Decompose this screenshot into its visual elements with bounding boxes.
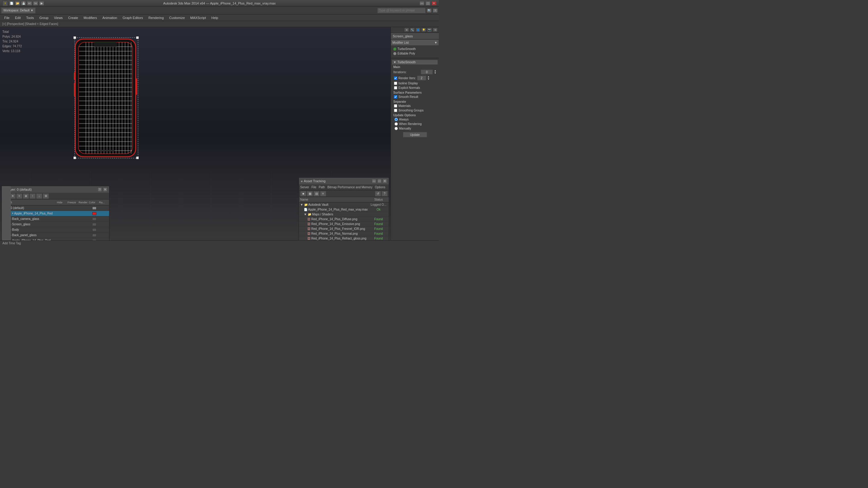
menu-group[interactable]: Group xyxy=(37,15,51,20)
menu-maxscript[interactable]: MAXScript xyxy=(188,15,208,20)
layers-toolbar: ☰ ✕ + ⊕ ↑ ↓ ⚙ xyxy=(2,193,109,199)
manually-radio[interactable] xyxy=(395,127,398,130)
layer-row[interactable]: ▷ Back_panel_glass xyxy=(2,233,109,238)
menu-views[interactable]: Views xyxy=(52,15,65,20)
layer-row[interactable]: ▼ Apple_iPhone_14_Plus_Red xyxy=(2,211,109,216)
always-radio[interactable] xyxy=(395,118,398,121)
layer-name: Screen_glass xyxy=(12,223,58,226)
materials-checkbox[interactable] xyxy=(394,104,397,107)
menu-animation[interactable]: Animation xyxy=(100,15,120,20)
render-iters-input[interactable] xyxy=(417,76,426,80)
layer-color[interactable] xyxy=(92,218,96,221)
redo-btn[interactable]: ↪ xyxy=(33,1,38,5)
restore-btn[interactable]: □ xyxy=(426,1,430,5)
asset-menu-bitmap-perf[interactable]: Bitmap Performance and Memory xyxy=(327,186,373,189)
asset-menu-server[interactable]: Server xyxy=(300,186,309,189)
menu-graph-editors[interactable]: Graph Editors xyxy=(120,15,146,20)
asset-tool-3[interactable]: ▤ xyxy=(313,191,319,196)
layers-move-up-btn[interactable]: ↑ xyxy=(30,193,36,199)
layers-link-btn[interactable]: ⊕ xyxy=(23,193,29,199)
asset-title-bar[interactable]: ■ Asset Tracking — □ ✕ xyxy=(299,178,389,184)
tris-value: 24.924 xyxy=(9,40,19,43)
turbosmooth-header[interactable]: ▼ TurboSmooth xyxy=(392,60,438,64)
iterations-input[interactable] xyxy=(421,70,433,74)
menu-tools[interactable]: Tools xyxy=(24,15,36,20)
asset-row[interactable]: 🖼 Red_iPhone_14_Plus_Fresnel_IOR.png Fou… xyxy=(299,227,389,231)
menu-modifiers[interactable]: Modifiers xyxy=(81,15,99,20)
isoline-checkbox[interactable] xyxy=(394,82,397,85)
layers-settings-btn[interactable]: ⚙ xyxy=(43,193,49,199)
layers-title-bar[interactable]: ■ Layer: 0 (default) ? ✕ xyxy=(2,186,109,193)
save-btn[interactable]: 💾 xyxy=(21,1,26,5)
panel-icon-5[interactable]: 📷 xyxy=(427,28,432,32)
menu-customize[interactable]: Customize xyxy=(167,15,187,20)
menu-create[interactable]: Create xyxy=(66,15,81,20)
asset-tool-4[interactable]: ≡ xyxy=(320,191,326,196)
asset-menu-path[interactable]: Path xyxy=(319,186,325,189)
asset-row[interactable]: 🖼 Red_iPhone_14_Plus_Normal.png Found xyxy=(299,231,389,236)
layer-expand[interactable]: ▼ xyxy=(11,212,14,215)
asset-row[interactable]: ▼ 📁 Maps / Shaders xyxy=(299,212,389,217)
layer-row[interactable]: ▼ 0 (default) xyxy=(2,205,109,211)
asset-row[interactable]: 🖼 Red_iPhone_14_Plus_Diffuse.png Found xyxy=(299,217,389,222)
layers-col-hide: Hide xyxy=(54,201,66,204)
search-input[interactable] xyxy=(377,8,426,13)
asset-panel-close-btn[interactable]: ✕ xyxy=(383,179,387,183)
panel-icon-4[interactable]: 💡 xyxy=(421,28,426,32)
close-btn[interactable]: ✕ xyxy=(432,1,436,5)
layer-color[interactable] xyxy=(92,234,96,237)
minimize-btn[interactable]: — xyxy=(420,1,424,5)
panel-icon-1[interactable]: ★ xyxy=(404,28,409,32)
layers-move-dn-btn[interactable]: ↓ xyxy=(36,193,42,199)
asset-row[interactable]: ▼ 📁 Autodesk Vault Logged O... xyxy=(299,202,389,207)
panel-icon-3[interactable]: 👤 xyxy=(415,28,421,32)
explicit-normals-checkbox[interactable] xyxy=(394,86,397,90)
open-btn[interactable]: 📂 xyxy=(15,1,20,5)
asset-menu-options[interactable]: Options xyxy=(375,186,385,189)
modifier-turbosmooth[interactable]: TurboSmooth xyxy=(392,47,438,51)
modifier-list-dropdown[interactable]: Modifier List ▼ xyxy=(391,39,439,45)
edges-value: 74.772 xyxy=(13,44,22,48)
layer-row[interactable]: ▷ Body xyxy=(2,227,109,233)
asset-tool-help[interactable]: ? xyxy=(381,191,388,196)
layers-panel-help-btn[interactable]: ? xyxy=(98,187,102,192)
layers-panel-close-btn[interactable]: ✕ xyxy=(103,187,107,192)
layer-color[interactable] xyxy=(92,207,96,210)
asset-row[interactable]: 🖼 Red_iPhone_14_Plus_Emissive.png Found xyxy=(299,222,389,227)
asset-menu-file[interactable]: File xyxy=(311,186,316,189)
menu-help[interactable]: Help xyxy=(209,15,221,20)
layer-row[interactable]: ▷ Screen_glass xyxy=(2,222,109,227)
new-btn[interactable]: 📄 xyxy=(9,1,14,5)
menu-file[interactable]: File xyxy=(2,15,12,20)
layers-scrollbar-thumb[interactable] xyxy=(2,186,11,244)
smoothing-groups-checkbox[interactable] xyxy=(394,109,397,112)
asset-panel-min-btn[interactable]: — xyxy=(372,179,376,183)
modifier-editable-poly[interactable]: Editable Poly xyxy=(392,51,438,56)
smooth-result-checkbox[interactable] xyxy=(394,95,397,98)
layer-row[interactable]: ▷ Back_camera_glass xyxy=(2,216,109,222)
panel-icon-2[interactable]: 🔧 xyxy=(410,28,415,32)
render-iters-down[interactable]: ▼ xyxy=(427,78,430,80)
menu-edit[interactable]: Edit xyxy=(13,15,23,20)
layer-color[interactable] xyxy=(92,228,96,231)
viewport[interactable]: Total Polys: 24.924 Tris: 24.924 Edges: … xyxy=(0,27,391,246)
asset-tool-2[interactable]: ▦ xyxy=(307,191,313,196)
search-icon[interactable]: 🔍 xyxy=(427,8,432,13)
asset-row[interactable]: 📄 Apple_iPhone_14_Plus_Red_max_vray.max … xyxy=(299,207,389,212)
undo-btn[interactable]: ↩ xyxy=(27,1,32,5)
layer-color[interactable] xyxy=(92,212,96,215)
asset-tool-refresh[interactable]: ↺ xyxy=(375,191,381,196)
select-btn[interactable]: ▶ xyxy=(39,1,44,5)
menu-rendering[interactable]: Rendering xyxy=(146,15,166,20)
iterations-down[interactable]: ▼ xyxy=(434,72,436,74)
help-icon[interactable]: ? xyxy=(433,8,438,13)
asset-tool-1[interactable]: ■ xyxy=(300,191,306,196)
layers-add-btn[interactable]: + xyxy=(16,193,22,199)
panel-icon-6[interactable]: ⚙ xyxy=(433,28,438,32)
workspace-dropdown[interactable]: Workspace: Default ▼ xyxy=(1,7,36,13)
when-rendering-radio[interactable] xyxy=(395,122,398,126)
update-button[interactable]: Update xyxy=(403,132,427,137)
layer-color[interactable] xyxy=(92,223,96,226)
render-iters-checkbox[interactable] xyxy=(394,76,397,80)
asset-panel-restore-btn[interactable]: □ xyxy=(377,179,381,183)
